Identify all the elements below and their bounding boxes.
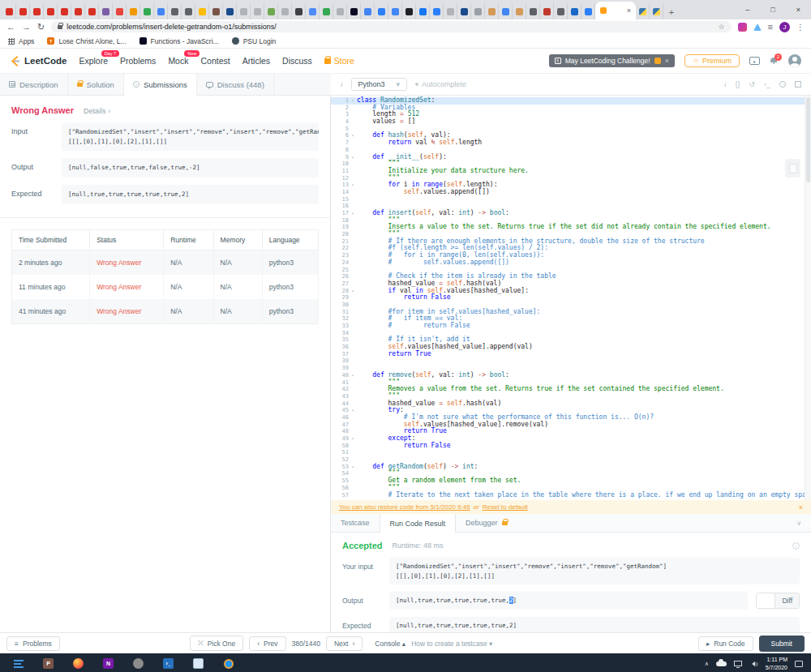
- browser-tab[interactable]: [416, 3, 430, 19]
- browser-tab[interactable]: [333, 3, 347, 19]
- tab-solution[interactable]: Solution: [68, 74, 124, 96]
- extension-icon[interactable]: [738, 23, 747, 32]
- browser-tab[interactable]: [347, 3, 361, 19]
- browser-tab[interactable]: [154, 3, 168, 19]
- taskbar-app-p[interactable]: P: [33, 653, 63, 672]
- browser-tab[interactable]: [513, 3, 526, 19]
- code-line[interactable]: 33 # return False: [331, 323, 811, 330]
- browser-tab[interactable]: [471, 3, 485, 19]
- browser-profile-avatar[interactable]: J: [779, 22, 790, 32]
- url-bar[interactable]: leetcode.com/problems/insert-delete-getr…: [51, 21, 731, 32]
- nav-discuss[interactable]: Discuss: [282, 56, 312, 66]
- details-link[interactable]: Details ›: [84, 107, 110, 115]
- browser-tab[interactable]: [58, 3, 71, 19]
- browser-tab[interactable]: [540, 3, 554, 19]
- browser-tab[interactable]: [554, 3, 568, 19]
- language-select[interactable]: Python3 ▾: [351, 78, 408, 91]
- nav-problems[interactable]: Problems: [120, 56, 156, 66]
- close-button[interactable]: ×: [786, 0, 811, 19]
- bookmark-item-3[interactable]: PSU Login: [232, 37, 277, 45]
- volume-icon[interactable]: )): [749, 661, 758, 666]
- browser-tab-python[interactable]: [650, 3, 663, 19]
- diff-label[interactable]: Diff: [775, 593, 799, 608]
- browser-tab[interactable]: [499, 3, 513, 19]
- browser-tab[interactable]: [182, 3, 195, 19]
- fold-icon[interactable]: ▾: [349, 464, 357, 471]
- format-code-icon[interactable]: {}: [735, 80, 740, 88]
- submit-button[interactable]: Submit: [759, 636, 805, 652]
- code-line[interactable]: 19 Inserts a value to the set. Returns t…: [331, 224, 811, 231]
- code-line[interactable]: 38: [331, 357, 811, 365]
- taskbar-browser-globe[interactable]: [213, 653, 243, 672]
- tray-chevron-up-icon[interactable]: ∧: [705, 661, 709, 667]
- browser-tab[interactable]: [568, 3, 581, 19]
- tab-run-code-result[interactable]: Run Code Result: [380, 514, 457, 533]
- nav-explore[interactable]: Explore Day 7: [79, 56, 108, 66]
- problems-button[interactable]: ≡ Problems: [6, 636, 60, 651]
- code-line[interactable]: 4 values = []: [331, 118, 811, 126]
- code-line[interactable]: 14 self.values.append([]): [331, 189, 811, 196]
- browser-tab[interactable]: [85, 3, 99, 19]
- tab-submissions[interactable]: Submissions: [124, 74, 197, 96]
- run-expected-value[interactable]: [null,true,true,true,true,true,2]: [389, 617, 800, 632]
- browser-tab[interactable]: [430, 3, 444, 19]
- browser-tab[interactable]: [2, 3, 16, 19]
- tab-testcase[interactable]: Testcase: [331, 514, 380, 532]
- browser-tab[interactable]: [16, 3, 30, 19]
- action-center-icon[interactable]: [795, 661, 803, 667]
- fold-icon[interactable]: ▾: [349, 210, 357, 217]
- browser-tab[interactable]: [375, 3, 388, 19]
- challenge-close-icon[interactable]: ×: [665, 57, 669, 65]
- table-row[interactable]: 11 minutes agoWrong AnswerN/AN/Apython3: [12, 275, 319, 299]
- autocomplete-toggle[interactable]: Autocomplete: [415, 80, 466, 88]
- fold-icon[interactable]: ▾: [349, 288, 357, 295]
- minimize-button[interactable]: –: [735, 0, 760, 19]
- bookmark-star-icon[interactable]: ☆: [719, 23, 725, 31]
- code-line[interactable]: 51: [331, 449, 811, 456]
- info-circle-icon[interactable]: i: [792, 542, 800, 550]
- code-line[interactable]: 11 Initialize your data structure here.: [331, 168, 811, 175]
- network-icon[interactable]: [734, 661, 742, 666]
- browser-tab[interactable]: [292, 3, 306, 19]
- fold-icon[interactable]: ▾: [349, 132, 357, 139]
- browser-menu-icon[interactable]: ⋮: [796, 23, 805, 32]
- testcase-help-link[interactable]: How to create a testcase ▾: [411, 640, 492, 648]
- next-button[interactable]: Next ›: [326, 636, 363, 651]
- back-icon[interactable]: ←: [6, 23, 15, 32]
- browser-tab[interactable]: [127, 3, 140, 19]
- browser-tab[interactable]: [195, 3, 209, 19]
- url-text[interactable]: leetcode.com/problems/insert-delete-getr…: [67, 23, 277, 31]
- browser-tab[interactable]: [251, 3, 264, 19]
- console-icon[interactable]: ›_: [764, 80, 770, 88]
- browser-tab[interactable]: [237, 3, 251, 19]
- code-line[interactable]: 50 return False: [331, 443, 811, 450]
- input-value[interactable]: ["RandomizedSet","insert","insert","remo…: [62, 122, 319, 151]
- user-avatar[interactable]: [788, 54, 801, 67]
- fold-icon[interactable]: ▾: [349, 372, 357, 379]
- browser-tab[interactable]: [402, 3, 416, 19]
- code-line[interactable]: 53▾ def getRandom(self) -> int:: [331, 464, 811, 471]
- tab-debugger[interactable]: Debugger: [456, 514, 517, 532]
- taskbar-powershell[interactable]: ›_: [153, 653, 183, 672]
- nav-articles[interactable]: Articles: [242, 56, 270, 66]
- browser-tab[interactable]: [457, 3, 471, 19]
- notice-close-icon[interactable]: ×: [799, 503, 803, 511]
- https-lock-icon[interactable]: [58, 25, 62, 29]
- forward-icon[interactable]: →: [22, 23, 31, 32]
- browser-tab[interactable]: [30, 3, 44, 19]
- tab-discuss[interactable]: Discuss (448): [197, 74, 274, 96]
- run-code-button[interactable]: ▸ Run Code: [698, 636, 753, 651]
- expected-value[interactable]: [null,true,true,true,true,true,2]: [62, 185, 319, 204]
- code-line[interactable]: 15: [331, 196, 811, 203]
- browser-tab[interactable]: [320, 3, 333, 19]
- tab-close-icon[interactable]: ×: [627, 6, 631, 15]
- your-input-value[interactable]: ["RandomizedSet","insert","insert","remo…: [389, 558, 800, 584]
- fold-icon[interactable]: ▾: [349, 435, 357, 443]
- browser-tab[interactable]: [306, 3, 320, 19]
- fullscreen-icon[interactable]: [795, 81, 801, 88]
- browser-tab-python[interactable]: [636, 3, 650, 19]
- editor-scrollbar[interactable]: [805, 96, 811, 500]
- fold-icon[interactable]: ▾: [349, 154, 357, 161]
- code-line[interactable]: 9▾ def __init__(self):: [331, 154, 811, 161]
- nav-store[interactable]: Store: [324, 56, 354, 66]
